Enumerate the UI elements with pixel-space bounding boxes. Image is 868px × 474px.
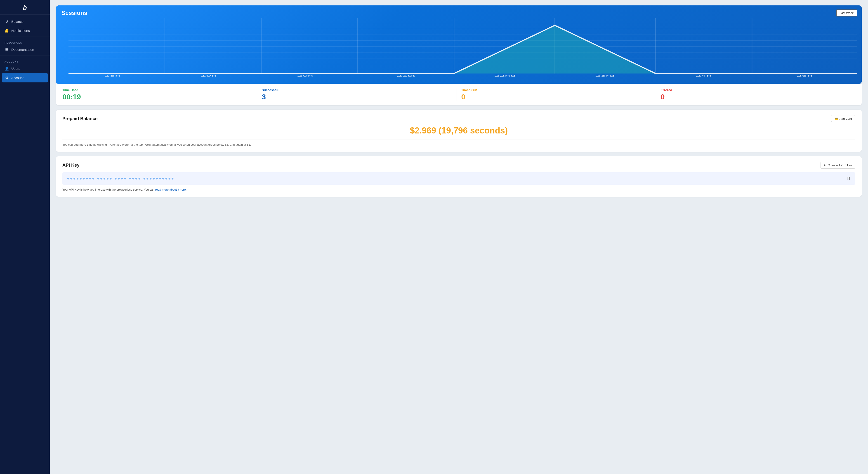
svg-text:18h: 18h xyxy=(104,74,120,77)
resources-section-label: RESOURCES xyxy=(0,38,50,45)
clipboard-icon: 🗋 xyxy=(846,176,851,181)
stat-timed-out-label: Timed Out xyxy=(461,88,651,92)
balance-amount: $2.969 (19,796 seconds) xyxy=(62,126,855,135)
sidebar-navigation: $ Balance 🔔 Notifications RESOURCES ☰ Do… xyxy=(0,15,50,474)
stat-successful-label: Successful xyxy=(262,88,452,92)
svg-text:23rd: 23rd xyxy=(595,74,614,77)
sidebar-item-label: Users xyxy=(11,67,20,70)
dollar-icon: $ xyxy=(4,20,9,24)
sidebar: b $ Balance 🔔 Notifications RESOURCES ☰ … xyxy=(0,0,50,474)
refresh-icon: ↻ xyxy=(824,164,827,167)
stat-time-used-label: Time Used xyxy=(62,88,252,92)
svg-text:21st: 21st xyxy=(397,74,415,77)
account-section-label: ACCOUNT xyxy=(0,57,50,64)
users-icon: 👤 xyxy=(4,66,9,71)
prepaid-balance-card: Prepaid Balance 💳 Add Card $2.969 (19,79… xyxy=(56,110,862,152)
stat-errored: Errored 0 xyxy=(661,88,855,101)
sidebar-item-documentation[interactable]: ☰ Documentation xyxy=(0,45,50,54)
chart-svg: 18h 19h 20h 21st 22nd 23rd 24h 25h 00:00… xyxy=(68,18,857,77)
svg-text:24h: 24h xyxy=(696,74,712,77)
change-token-label: Change API Token xyxy=(828,164,852,167)
api-note-text: Your API Key is how you interact with th… xyxy=(62,188,155,191)
stat-time-used-value: 00:19 xyxy=(62,93,252,101)
sidebar-item-users[interactable]: 👤 Users xyxy=(0,64,50,73)
svg-marker-16 xyxy=(454,25,656,73)
sidebar-item-balance[interactable]: $ Balance xyxy=(0,17,50,26)
stat-timed-out-value: 0 xyxy=(461,93,651,101)
api-read-more-link[interactable]: read more about it here. xyxy=(155,188,187,191)
add-card-button[interactable]: 💳 Add Card xyxy=(831,115,855,122)
api-key-masked-value: ●●●●●●●●● ●●●●● ●●●● ●●●● ●●●●●●●●●● xyxy=(67,176,844,181)
main-content: Sessions Last Week xyxy=(50,0,868,474)
svg-text:19h: 19h xyxy=(201,74,217,77)
sessions-chart-card: Sessions Last Week xyxy=(56,5,862,84)
sessions-chart: 18h 19h 20h 21st 22nd 23rd 24h 25h 00:00… xyxy=(56,18,862,84)
stat-errored-value: 0 xyxy=(661,93,851,101)
sidebar-item-notifications[interactable]: 🔔 Notifications xyxy=(0,26,50,35)
api-key-note: Your API Key is how you interact with th… xyxy=(62,188,855,191)
credit-card-icon: 💳 xyxy=(835,117,838,121)
logo-icon: b xyxy=(23,4,27,11)
sessions-section: Sessions Last Week xyxy=(56,5,862,105)
nav-divider-2 xyxy=(0,56,50,56)
stat-errored-label: Errored xyxy=(661,88,851,92)
svg-text:22nd: 22nd xyxy=(494,74,516,77)
copy-api-key-button[interactable]: 🗋 xyxy=(844,176,851,181)
sidebar-item-label: Account xyxy=(11,76,24,80)
stat-time-used: Time Used 00:19 xyxy=(62,88,257,101)
prepaid-balance-title: Prepaid Balance xyxy=(62,116,98,121)
api-key-card: API Key ↻ Change API Token ●●●●●●●●● ●●●… xyxy=(56,156,862,197)
sidebar-item-label: Notifications xyxy=(11,29,30,33)
sidebar-item-label: Documentation xyxy=(11,48,34,52)
add-card-label: Add Card xyxy=(839,117,852,121)
sessions-title: Sessions xyxy=(61,9,87,16)
sessions-header: Sessions Last Week xyxy=(56,5,862,18)
gear-icon: ⚙ xyxy=(4,76,9,80)
stat-successful-value: 3 xyxy=(262,93,452,101)
last-week-button[interactable]: Last Week xyxy=(836,9,857,16)
bell-icon: 🔔 xyxy=(4,29,9,33)
doc-icon: ☰ xyxy=(4,47,9,52)
sidebar-item-label: Balance xyxy=(11,20,24,24)
sessions-stats-row: Time Used 00:19 Successful 3 Timed Out 0… xyxy=(56,84,862,105)
sidebar-item-account[interactable]: ⚙ Account xyxy=(2,73,48,82)
stat-successful: Successful 3 xyxy=(262,88,456,101)
svg-text:25h: 25h xyxy=(797,74,813,77)
api-key-display: ●●●●●●●●● ●●●●● ●●●● ●●●● ●●●●●●●●●● 🗋 xyxy=(62,172,855,185)
sidebar-logo: b xyxy=(0,0,50,15)
balance-note: You can add more time by clicking "Purch… xyxy=(62,140,855,146)
stat-divider-2 xyxy=(457,88,457,101)
prepaid-balance-header: Prepaid Balance 💳 Add Card xyxy=(62,115,855,122)
stat-timed-out: Timed Out 0 xyxy=(461,88,656,101)
api-key-header: API Key ↻ Change API Token xyxy=(62,162,855,169)
svg-text:20h: 20h xyxy=(297,74,313,77)
change-token-button[interactable]: ↻ Change API Token xyxy=(820,162,855,169)
api-key-title: API Key xyxy=(62,163,80,168)
